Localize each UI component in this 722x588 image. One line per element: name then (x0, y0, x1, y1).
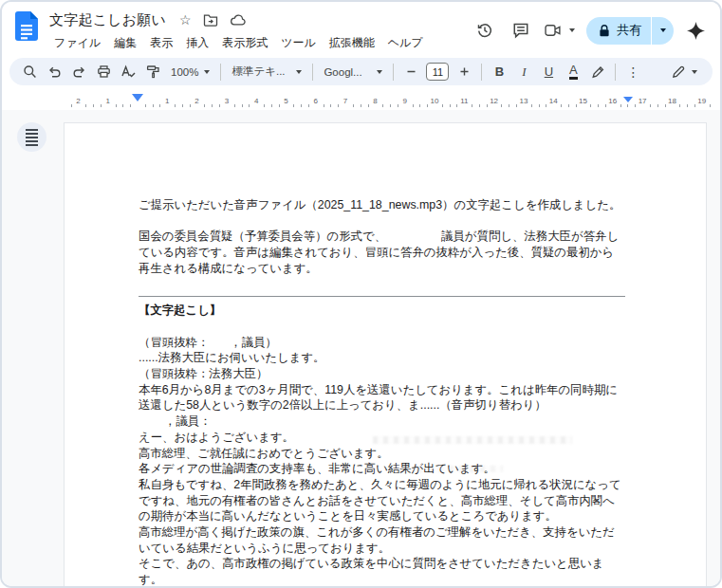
paragraph: 国会の委員会質疑（予算委員会等）の形式で、議員が質問し、法務大臣が答弁している内… (139, 229, 625, 276)
more-glyph: ⋮ (626, 64, 639, 80)
menu-item[interactable]: 表示 (143, 33, 179, 53)
spellcheck-icon[interactable] (116, 61, 140, 83)
version-history-icon[interactable] (467, 12, 503, 48)
share-dropdown-button[interactable] (651, 17, 674, 45)
blank-line (139, 277, 625, 293)
top-bar: 文字起こしお願い ☆ フ (2, 2, 720, 56)
gemini-icon[interactable] (685, 20, 707, 42)
paragraph: 【文字起こし】 (139, 303, 625, 319)
paragraph: 高市総理が高く掲げた政策の旗、これが多くの有権者のご理解をいただき、支持をいただ… (139, 524, 625, 556)
google-docs-window: 文字起こしお願い ☆ フ (0, 0, 722, 588)
pencil-icon (672, 64, 686, 79)
redacted-text (139, 415, 164, 425)
toolbar-wrap: 100% 標準テキ... Googl... 11 B I U A (2, 56, 720, 90)
paragraph: （冒頭抜粋：，議員） (139, 335, 625, 351)
underline-button[interactable]: U (536, 61, 561, 83)
meet-video-icon[interactable] (539, 12, 567, 48)
undo-icon[interactable] (42, 61, 66, 83)
meet-dropdown-icon[interactable] (567, 12, 581, 48)
search-icon[interactable] (17, 61, 42, 83)
paragraph: （冒頭抜粋：法務大臣） (139, 366, 625, 382)
menu-item[interactable]: ツール (274, 33, 323, 53)
top-bar-actions: 共有 (467, 11, 707, 49)
font-select[interactable]: Googl... (318, 61, 388, 83)
paragraph: ，議員： (139, 413, 625, 430)
redacted-text (209, 337, 230, 346)
move-folder-icon[interactable] (203, 12, 218, 28)
ruler-scale: 2112345678910111213141516171819 (2, 90, 720, 110)
paragraph-style-select[interactable]: 標準テキ... (226, 61, 307, 83)
title-column: 文字起こしお願い ☆ フ (47, 9, 430, 54)
menu-item[interactable]: 挿入 (179, 33, 215, 53)
comments-icon[interactable] (503, 12, 539, 48)
paragraph: ......法務大臣にお伺いいたします。 (139, 350, 625, 366)
share-button[interactable]: 共有 (586, 17, 651, 45)
menu-item[interactable]: 表示形式 (215, 33, 274, 53)
cloud-status-icon[interactable] (230, 12, 246, 28)
italic-button[interactable]: I (511, 61, 536, 83)
menu-item[interactable]: 拡張機能 (323, 33, 381, 53)
highlight-color-icon[interactable] (585, 61, 610, 83)
paint-format-icon[interactable] (140, 61, 165, 83)
toolbar-divider (481, 64, 482, 81)
paragraph: ご提示いただいた音声ファイル（2025_11_18_news.mp3）の文字起こ… (139, 197, 625, 213)
title-row: 文字起こしお願い ☆ (47, 9, 430, 30)
menubar: ファイル編集表示挿入表示形式ツール拡張機能ヘルプ (47, 31, 430, 54)
document-page[interactable]: ご提示いただいた音声ファイル（2025_11_18_news.mp3）の文字起こ… (64, 122, 707, 586)
paragraph-style-value: 標準テキ... (231, 64, 285, 79)
font-size-input[interactable]: 11 (426, 63, 449, 81)
bold-button[interactable]: B (487, 61, 511, 83)
font-value: Googl... (324, 66, 361, 78)
zoom-select[interactable]: 100% (165, 61, 215, 83)
paragraph: 本年6月から8月までの3ヶ月間で、119人を送還いたしております。これは昨年の同… (139, 382, 625, 413)
toolbar-divider (615, 64, 616, 81)
paragraph: そこで、あの、高市政権の掲げている政策を中心に質問をさせていただきたいと思います… (139, 556, 625, 586)
toolbar-divider (220, 64, 221, 81)
share-label: 共有 (617, 22, 641, 39)
redo-icon[interactable] (66, 61, 91, 83)
blank-line (139, 213, 625, 230)
google-docs-logo-icon[interactable] (15, 11, 38, 41)
editing-mode-select[interactable] (666, 61, 703, 83)
paragraph: 各メディアの世論調査の支持率も、非常に高い結果が出ています。 (139, 461, 625, 477)
ruler: 2112345678910111213141516171819 (2, 90, 720, 110)
redacted-text (386, 230, 441, 240)
paragraph: 高市総理、ご就任誠におめでとうございます。 (139, 446, 625, 462)
star-icon[interactable]: ☆ (179, 13, 192, 27)
document-title[interactable]: 文字起こしお願い (47, 11, 168, 29)
decrease-font-size-icon[interactable] (398, 61, 423, 83)
bold-label: B (495, 64, 504, 79)
paragraph: えー、おはようございます。 (139, 430, 625, 446)
menu-item[interactable]: 編集 (107, 33, 143, 53)
left-indent-marker[interactable] (132, 94, 143, 101)
text-color-label: A (569, 64, 578, 80)
document-outline-button[interactable] (17, 122, 46, 152)
menu-item[interactable]: ヘルプ (381, 33, 430, 53)
right-indent-marker[interactable] (623, 97, 633, 102)
toolbar-divider (312, 64, 313, 81)
blank-line (139, 319, 625, 335)
more-options-icon[interactable]: ⋮ (620, 61, 645, 83)
zoom-value: 100% (171, 66, 198, 78)
top-bar-left: 文字起こしお願い ☆ フ (13, 9, 430, 54)
document-canvas: ご提示いただいた音声ファイル（2025_11_18_news.mp3）の文字起こ… (2, 110, 720, 586)
increase-font-size-icon[interactable] (452, 61, 476, 83)
paragraph: 私自身もですね、2年間政務を務めたあと、久々に毎週のように地元に帰れる状況になっ… (139, 477, 625, 524)
text-color-button[interactable]: A (561, 61, 585, 83)
toolbar-divider (393, 64, 394, 81)
document-body: ご提示いただいた音声ファイル（2025_11_18_news.mp3）の文字起こ… (139, 197, 625, 586)
italic-label: I (522, 64, 526, 80)
share-button-group: 共有 (586, 17, 674, 45)
menu-item[interactable]: ファイル (47, 33, 107, 53)
underline-label: U (545, 64, 553, 79)
outline-list-icon (26, 129, 38, 146)
horizontal-rule (139, 296, 625, 297)
toolbar: 100% 標準テキ... Googl... 11 B I U A (9, 58, 713, 85)
lock-icon (598, 24, 611, 38)
print-icon[interactable] (91, 61, 116, 83)
